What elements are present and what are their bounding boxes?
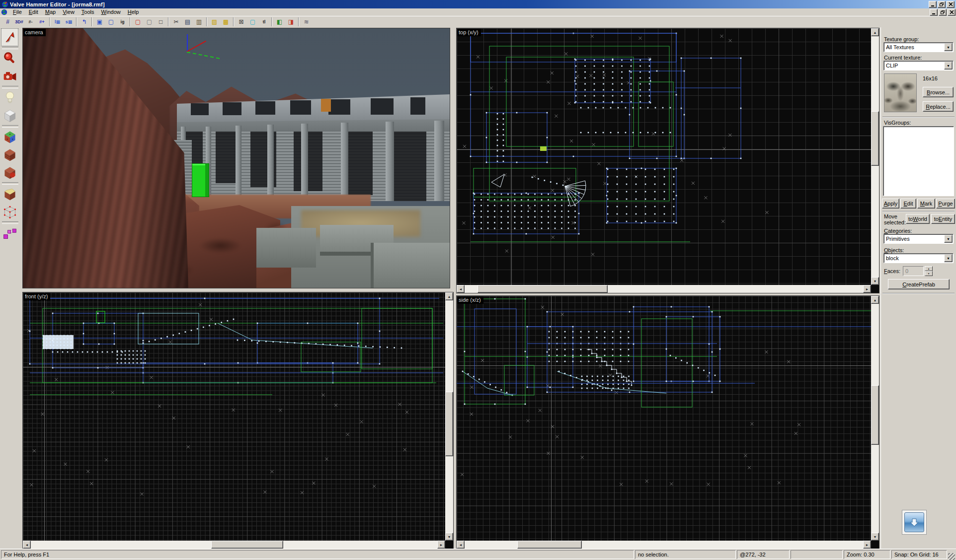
- mdi-restore-button[interactable]: [939, 9, 947, 16]
- apply-button[interactable]: Apply: [882, 199, 899, 209]
- scroll-up-button[interactable]: ▲: [871, 28, 879, 36]
- toggle-3d-grid-icon[interactable]: 3D#: [13, 17, 25, 27]
- vertex-tool[interactable]: [1, 203, 18, 221]
- close-button[interactable]: [947, 1, 955, 8]
- apply-current-texture-tool[interactable]: [1, 146, 18, 164]
- viewport-camera[interactable]: camera: [22, 28, 450, 288]
- purge-button[interactable]: Purge: [936, 199, 955, 209]
- scroll-up-button[interactable]: ▲: [871, 296, 879, 304]
- horizontal-scrollbar[interactable]: ◄ ►: [23, 541, 445, 549]
- scroll-down-button[interactable]: ▼: [871, 277, 879, 285]
- current-texture-combo[interactable]: CLIP ▼: [883, 61, 954, 70]
- menu-tools[interactable]: Tools: [78, 8, 98, 16]
- scroll-right-button[interactable]: ►: [437, 541, 445, 549]
- run-map-icon[interactable]: ≋: [301, 17, 312, 27]
- smaller-grid-icon[interactable]: #-: [25, 17, 36, 27]
- viewport-front[interactable]: front (y/z) ▲ ▼ ◄ ►: [22, 292, 454, 549]
- tool-palette: [1, 28, 19, 242]
- show-hidden-icon[interactable]: □: [155, 17, 166, 27]
- save-window-state-icon[interactable]: s▦: [63, 17, 75, 27]
- texture-lock-tl-icon[interactable]: tl: [258, 17, 270, 27]
- flip-vertical-icon[interactable]: ◨: [285, 17, 297, 27]
- texture-lock-icon[interactable]: ▨: [209, 17, 220, 27]
- cordon-edit-icon[interactable]: ▢: [247, 17, 258, 27]
- selection-tool[interactable]: [1, 28, 18, 46]
- path-tool[interactable]: [1, 224, 18, 242]
- menu-file[interactable]: File: [9, 8, 25, 16]
- menu-window[interactable]: Window: [98, 8, 124, 16]
- resize-grip[interactable]: [948, 553, 955, 560]
- menu-view[interactable]: View: [59, 8, 78, 16]
- flip-horizontal-icon[interactable]: ◧: [274, 17, 285, 27]
- mdi-minimize-button[interactable]: [930, 9, 938, 16]
- viewport-top[interactable]: top (x/y) ▲ ▼ ◄ ►: [456, 28, 879, 293]
- menu-edit[interactable]: Edit: [25, 8, 42, 16]
- apply-decals-tool[interactable]: [1, 164, 18, 182]
- browse-button[interactable]: Browse...: [923, 87, 954, 97]
- hide-selected-icon[interactable]: ▢: [132, 17, 144, 27]
- scrollbar-thumb[interactable]: [871, 385, 879, 445]
- scrollbar-thumb[interactable]: [445, 392, 453, 456]
- blue-down-arrow-button[interactable]: [904, 512, 924, 532]
- cordon-icon[interactable]: ⊠: [236, 17, 247, 27]
- scroll-left-button[interactable]: ◄: [457, 285, 465, 293]
- scroll-left-button[interactable]: ◄: [457, 541, 465, 549]
- scrollbar-thumb[interactable]: [211, 541, 283, 549]
- scroll-up-button[interactable]: ▲: [445, 292, 453, 300]
- ungroup-icon[interactable]: ▢: [105, 17, 117, 27]
- mdi-close-button[interactable]: [948, 9, 956, 16]
- magnify-tool[interactable]: [1, 50, 18, 68]
- horizontal-scrollbar[interactable]: ◄ ►: [457, 285, 871, 293]
- to-entity-button[interactable]: toEntity: [931, 214, 955, 224]
- carve-icon[interactable]: ↰: [79, 17, 90, 27]
- vertical-scrollbar[interactable]: ▲ ▼: [445, 292, 453, 541]
- texture-group-combo[interactable]: All Textures ▼: [883, 42, 954, 52]
- load-window-state-icon[interactable]: l▦: [52, 17, 63, 27]
- scroll-left-button[interactable]: ◄: [23, 541, 31, 549]
- hide-unselected-icon[interactable]: ▢: [144, 17, 155, 27]
- objects-combo[interactable]: block ▼: [883, 253, 954, 263]
- faces-spin-up[interactable]: ▲: [925, 266, 933, 271]
- replace-button[interactable]: Replace...: [923, 101, 954, 112]
- scrollbar-thumb[interactable]: [517, 541, 582, 549]
- chevron-down-icon[interactable]: ▼: [944, 43, 953, 51]
- entity-tool[interactable]: [1, 89, 18, 107]
- faces-field[interactable]: 0: [903, 266, 924, 276]
- create-prefab-button[interactable]: Create Prefab: [888, 279, 950, 289]
- menu-help[interactable]: Help: [124, 8, 143, 16]
- cut-icon[interactable]: ✂: [170, 17, 182, 27]
- scroll-right-button[interactable]: ►: [863, 541, 871, 549]
- to-world-button[interactable]: toWorld: [906, 214, 930, 224]
- visgroups-list[interactable]: [883, 126, 954, 196]
- copy-icon[interactable]: ▤: [182, 17, 193, 27]
- scroll-down-button[interactable]: ▼: [445, 533, 453, 541]
- scrollbar-thumb[interactable]: [478, 285, 608, 293]
- texture-application-tool[interactable]: [1, 128, 18, 146]
- categories-combo[interactable]: Primitives ▼: [883, 234, 954, 244]
- faces-spin-down[interactable]: ▼: [925, 271, 933, 276]
- camera-tool[interactable]: [1, 68, 18, 85]
- clipping-tool[interactable]: [1, 185, 18, 203]
- scrollbar-thumb[interactable]: [871, 111, 879, 166]
- chevron-down-icon[interactable]: ▼: [944, 254, 953, 262]
- scroll-right-button[interactable]: ►: [863, 285, 871, 293]
- larger-grid-icon[interactable]: #+: [36, 17, 48, 27]
- edit-button[interactable]: Edit: [900, 199, 916, 209]
- menu-map[interactable]: Map: [42, 8, 59, 16]
- horizontal-scrollbar[interactable]: ◄ ►: [457, 541, 871, 549]
- vertical-scrollbar[interactable]: ▲ ▼: [871, 296, 879, 541]
- scroll-down-button[interactable]: ▼: [871, 533, 879, 541]
- minimize-button[interactable]: [929, 1, 937, 8]
- group-icon[interactable]: ▣: [94, 17, 105, 27]
- mark-button[interactable]: Mark: [917, 199, 935, 209]
- chevron-down-icon[interactable]: ▼: [944, 235, 953, 243]
- toggle-grid-icon[interactable]: #: [2, 17, 13, 27]
- ignore-groups-icon[interactable]: ig: [117, 17, 128, 27]
- paste-icon[interactable]: ▥: [193, 17, 205, 27]
- texture-scale-lock-icon[interactable]: ▩: [220, 17, 232, 27]
- viewport-side[interactable]: side (x/z) ▲ ▼ ◄ ►: [456, 295, 879, 549]
- block-tool[interactable]: [1, 107, 18, 125]
- restore-button[interactable]: [938, 1, 946, 8]
- chevron-down-icon[interactable]: ▼: [944, 62, 953, 70]
- vertical-scrollbar[interactable]: ▲ ▼: [871, 28, 879, 285]
